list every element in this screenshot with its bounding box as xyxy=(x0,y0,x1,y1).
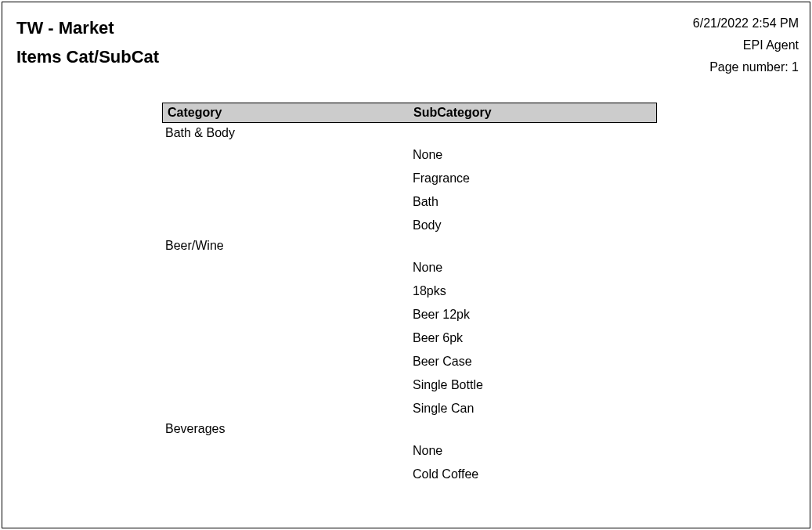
subcategory-cell: Beer 6pk xyxy=(413,331,657,345)
col-header-category: Category xyxy=(163,106,413,120)
table-row: Beer/Wine xyxy=(162,237,657,256)
table-row: 18pks xyxy=(162,279,657,303)
table-row: Single Can xyxy=(162,397,657,420)
subcategory-cell: None xyxy=(413,261,657,275)
header-right: 6/21/2022 2:54 PM EPI Agent Page number:… xyxy=(693,16,799,82)
table-row: None xyxy=(162,256,657,279)
subcategory-cell: Beer 12pk xyxy=(413,308,657,322)
report-table: Category SubCategory Bath & BodyNoneFrag… xyxy=(162,103,657,486)
subcategory-cell: Single Bottle xyxy=(413,378,657,392)
col-header-subcategory: SubCategory xyxy=(413,106,656,120)
subcategory-cell: Body xyxy=(413,218,657,233)
report-title: TW - Market xyxy=(16,16,159,41)
table-row: None xyxy=(162,439,657,463)
table-header-row: Category SubCategory xyxy=(162,103,657,123)
table-row: Fragrance xyxy=(162,167,657,190)
subcategory-cell: 18pks xyxy=(413,284,657,298)
category-cell: Beverages xyxy=(162,422,413,436)
subcategory-cell: Beer Case xyxy=(413,355,657,369)
subcategory-cell: Fragrance xyxy=(413,171,657,186)
table-row: Bath & Body xyxy=(162,124,657,143)
category-cell: Beer/Wine xyxy=(162,239,413,253)
subcategory-cell: None xyxy=(413,148,657,162)
report-agent: EPI Agent xyxy=(693,38,799,52)
header-left: TW - Market Items Cat/SubCat xyxy=(16,16,159,70)
table-row: Cold Coffee xyxy=(162,463,657,486)
subcategory-cell: Single Can xyxy=(413,402,657,416)
table-body: Bath & BodyNoneFragranceBathBodyBeer/Win… xyxy=(162,123,657,486)
table-row: None xyxy=(162,143,657,167)
subcategory-cell: None xyxy=(413,444,657,458)
table-row: Body xyxy=(162,214,657,237)
table-row: Beer 6pk xyxy=(162,326,657,350)
report-datetime: 6/21/2022 2:54 PM xyxy=(693,16,799,31)
table-row: Beer 12pk xyxy=(162,303,657,326)
table-row: Beverages xyxy=(162,420,657,439)
table-row: Beer Case xyxy=(162,350,657,373)
report-page-number: Page number: 1 xyxy=(693,60,799,74)
subcategory-cell: Cold Coffee xyxy=(413,467,657,481)
category-cell: Bath & Body xyxy=(162,126,413,140)
table-row: Bath xyxy=(162,190,657,214)
report-subtitle: Items Cat/SubCat xyxy=(16,45,159,70)
subcategory-cell: Bath xyxy=(413,195,657,209)
report-page: TW - Market Items Cat/SubCat 6/21/2022 2… xyxy=(2,2,810,528)
table-row: Single Bottle xyxy=(162,373,657,397)
